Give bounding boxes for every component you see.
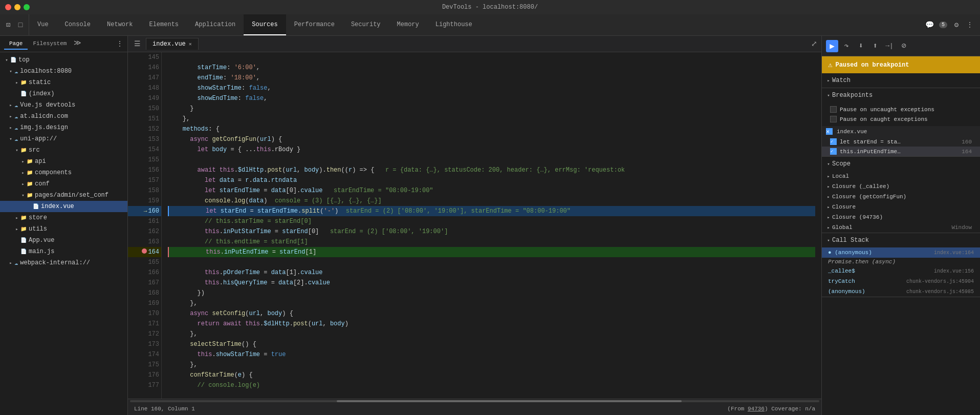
- pause-caught-item: Pause on caught exceptions: [826, 114, 976, 124]
- code-line-172: },: [168, 329, 815, 339]
- tree-item-mainjs[interactable]: 📄 main.js: [0, 246, 127, 257]
- tab-elements[interactable]: Elements: [141, 14, 187, 35]
- tree-item-components[interactable]: 📁 components: [0, 167, 127, 178]
- tree-item-conf[interactable]: 📁 conf: [0, 178, 127, 190]
- device-toggle-icon[interactable]: □: [16, 21, 25, 29]
- tree-item-src[interactable]: 📁 src: [0, 144, 127, 156]
- scrollbar-track[interactable]: [130, 400, 819, 402]
- scope-section-header[interactable]: Scope: [822, 157, 980, 171]
- tab-console[interactable]: Console: [57, 14, 99, 35]
- scope-label: Scope: [832, 160, 851, 168]
- pause-caught-checkbox[interactable]: [830, 116, 837, 122]
- tree-item-indexvue[interactable]: 📄 index.vue: [0, 201, 127, 212]
- bp-item-160[interactable]: ✓ let starEnd = sta… 160: [822, 137, 980, 147]
- fp-tab-more[interactable]: ≫: [72, 38, 83, 50]
- breakpoints-section-header[interactable]: Breakpoints: [822, 88, 980, 102]
- call-stack-item-anonymous-45985[interactable]: (anonymous) chunk-vendors.js:45985: [822, 286, 980, 297]
- tree-item-webpack[interactable]: ☁ webpack-internal://: [0, 257, 127, 268]
- tab-performance[interactable]: Performance: [286, 14, 343, 35]
- horizontal-scrollbar[interactable]: [128, 399, 821, 403]
- tree-label: conf: [35, 180, 50, 188]
- tree-item-index[interactable]: 📄 (index): [0, 88, 127, 99]
- scope-closure-callee[interactable]: Closure (_callee): [822, 181, 980, 192]
- tree-label: static: [29, 79, 51, 86]
- expand-code-icon[interactable]: ⤢: [811, 39, 817, 48]
- tree-item-top[interactable]: 📄 top: [0, 54, 127, 66]
- main-area: Page Filesystem ≫ ⋮ 📄 top ☁ localhost:80…: [0, 36, 980, 415]
- scope-closure[interactable]: Closure: [822, 202, 980, 212]
- tree-item-store[interactable]: 📁 store: [0, 212, 127, 223]
- cloud-icon: ☁: [14, 259, 18, 267]
- chevron-icon: [14, 215, 19, 221]
- tab-vue[interactable]: Vue: [29, 14, 57, 35]
- call-stack-item-anonymous-164[interactable]: ● (anonymous) index.vue:164: [822, 247, 980, 258]
- call-stack-item-trycatch[interactable]: tryCatch chunk-vendors.js:45904: [822, 276, 980, 286]
- tree-item-appvue[interactable]: 📄 App.vue: [0, 235, 127, 246]
- coverage-link[interactable]: 94736: [748, 406, 765, 412]
- tab-memory[interactable]: Memory: [389, 14, 427, 35]
- tree-item-utils[interactable]: 📁 utils: [0, 223, 127, 235]
- scope-closure-94736[interactable]: Closure (94736): [822, 212, 980, 222]
- code-content[interactable]: starTime: '6:00', endTime: '18:00', show…: [162, 52, 821, 399]
- bp-164-checkbox[interactable]: ✓: [830, 148, 837, 155]
- tab-application[interactable]: Application: [187, 14, 244, 35]
- folder-icon: 📁: [27, 192, 33, 198]
- code-editor[interactable]: 145 146 147 148 149 150 151 152 153 154 …: [128, 52, 821, 399]
- chevron-icon: [20, 193, 26, 198]
- bp-item-164[interactable]: ✓ this.inPutEndTime… 164: [822, 147, 980, 156]
- more-icon[interactable]: ⋮: [966, 21, 974, 29]
- tab-security[interactable]: Security: [343, 14, 389, 35]
- chat-icon[interactable]: 💬: [926, 21, 934, 29]
- step-into-button[interactable]: ⬇: [855, 40, 867, 52]
- tree-item-vuedevtools[interactable]: ☁ Vue.js devtools: [0, 99, 127, 111]
- coverage-info: (From 94736) Coverage: n/a: [727, 406, 815, 412]
- pause-icon: ⚠: [828, 60, 832, 69]
- tab-network[interactable]: Network: [99, 14, 141, 35]
- scope-closure-getconfigfun[interactable]: Closure (getConfigFun): [822, 192, 980, 202]
- tree-item-static[interactable]: 📁 static: [0, 77, 127, 88]
- call-stack-section-header[interactable]: Call Stack: [822, 233, 980, 247]
- close-tab-button[interactable]: ✕: [189, 41, 192, 47]
- folder-icon: 📁: [20, 226, 27, 232]
- tab-filesystem[interactable]: Filesystem: [28, 38, 72, 50]
- file-icon: 📄: [33, 203, 39, 210]
- line-number: 145: [128, 52, 161, 63]
- sidebar-toggle-icon[interactable]: ☰: [132, 39, 143, 48]
- close-button[interactable]: [5, 4, 11, 10]
- bp-160-checkbox[interactable]: ✓: [830, 138, 837, 145]
- window-title: DevTools - localhost:8080/: [442, 4, 538, 11]
- line-number: 173: [128, 339, 161, 349]
- tab-sources[interactable]: Sources: [244, 14, 286, 35]
- resume-button[interactable]: ▶: [826, 40, 838, 52]
- tree-item-pagesadmin[interactable]: 📁 pages/admin/set_conf: [0, 190, 127, 201]
- bp-indexvue-toggle[interactable]: ✕: [826, 128, 833, 135]
- watch-section: Watch: [822, 73, 980, 88]
- call-stack-item-callee[interactable]: _callee$ index.vue:156: [822, 266, 980, 276]
- tab-page[interactable]: Page: [4, 38, 28, 50]
- minimize-button[interactable]: [14, 4, 20, 10]
- scope-global[interactable]: Global Window: [822, 222, 980, 233]
- tree-item-api[interactable]: 📁 api: [0, 156, 127, 167]
- pause-uncaught-checkbox[interactable]: [830, 106, 837, 113]
- deactivate-button[interactable]: ⊘: [898, 40, 910, 52]
- settings-icon[interactable]: ⚙: [952, 21, 961, 29]
- tree-item-uniapp[interactable]: ☁ uni-app://: [0, 133, 127, 144]
- line-number: 155: [128, 155, 161, 165]
- tree-item-alicdn[interactable]: ☁ at.alicdn.com: [0, 111, 127, 122]
- chevron-icon: [8, 114, 13, 119]
- watch-section-header[interactable]: Watch: [822, 73, 980, 88]
- step-over-button[interactable]: ↷: [840, 40, 853, 52]
- maximize-button[interactable]: [24, 4, 30, 10]
- scrollbar-thumb[interactable]: [337, 400, 682, 402]
- line-number: 153: [128, 134, 161, 144]
- file-tab-indexvue[interactable]: index.vue ✕: [146, 38, 199, 50]
- step-out-button[interactable]: ⬆: [869, 40, 881, 52]
- scope-local[interactable]: Local: [822, 171, 980, 181]
- fp-actions[interactable]: ⋮: [116, 39, 123, 48]
- step-button[interactable]: →|: [883, 40, 896, 52]
- inspect-icon[interactable]: ⊡: [4, 21, 12, 29]
- tree-item-localhost[interactable]: ☁ localhost:8080: [0, 66, 127, 77]
- scope-chevron: [826, 161, 831, 167]
- tab-lighthouse[interactable]: Lighthouse: [427, 14, 481, 35]
- tree-item-imgjs[interactable]: ☁ img.js.design: [0, 122, 127, 133]
